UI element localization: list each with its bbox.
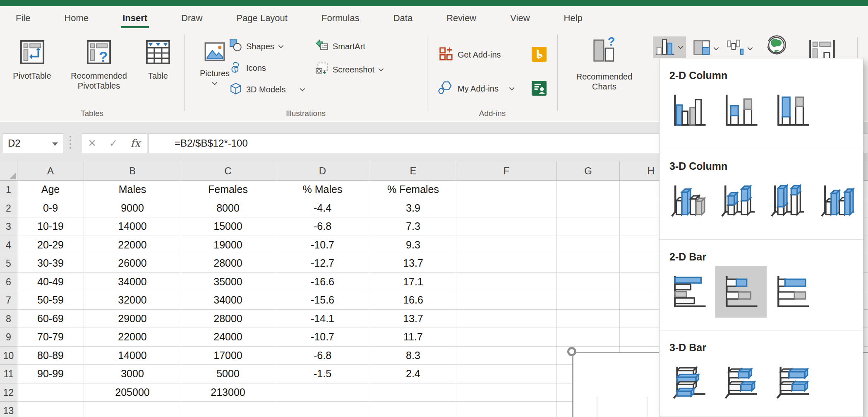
get-addins-button[interactable]: Get Add-ins: [438, 45, 501, 64]
cell-B10[interactable]: 14000: [84, 347, 181, 365]
cell-F5[interactable]: [456, 254, 557, 273]
row-header-1[interactable]: 1: [0, 181, 17, 199]
cell-B2[interactable]: 9000: [84, 199, 181, 218]
cell-A1[interactable]: Age: [17, 181, 84, 199]
table-button[interactable]: Table: [137, 39, 179, 81]
row-header-9[interactable]: 9: [0, 328, 17, 347]
cell-B11[interactable]: 3000: [84, 365, 181, 383]
cell-D10[interactable]: -6.8: [275, 347, 370, 365]
cell-A7[interactable]: 50-59: [17, 291, 84, 310]
recommended-charts-button[interactable]: ? RecommendedCharts: [566, 37, 643, 92]
cell-E7[interactable]: 16.6: [370, 291, 456, 310]
cell-E4[interactable]: 9.3: [370, 236, 456, 255]
cell-E11[interactable]: 2.4: [370, 365, 456, 383]
cell-A9[interactable]: 70-79: [17, 328, 84, 347]
cell-F10[interactable]: [456, 347, 557, 365]
cell-C3[interactable]: 15000: [181, 217, 275, 236]
name-box-dropdown-icon[interactable]: [52, 142, 58, 146]
cell-C4[interactable]: 19000: [181, 236, 275, 255]
tab-insert[interactable]: Insert: [110, 6, 160, 31]
icons-button[interactable]: Icons: [229, 59, 266, 77]
tab-page-layout[interactable]: Page Layout: [224, 6, 300, 31]
chart-resize-handle[interactable]: [567, 347, 576, 356]
cell-F4[interactable]: [456, 236, 557, 255]
tab-data[interactable]: Data: [381, 6, 425, 31]
cell-C6[interactable]: 35000: [181, 273, 275, 292]
tab-file[interactable]: File: [3, 6, 43, 31]
column-header-E[interactable]: E: [370, 161, 456, 181]
cell-B13[interactable]: [84, 402, 181, 417]
insert-map-chart-button[interactable]: [761, 35, 790, 57]
cell-A11[interactable]: 90-99: [17, 365, 84, 383]
tab-formulas[interactable]: Formulas: [309, 6, 372, 31]
column-header-A[interactable]: A: [17, 161, 84, 181]
cell-D7[interactable]: -15.6: [275, 291, 370, 310]
cell-C8[interactable]: 28000: [181, 310, 275, 328]
cell-G2[interactable]: [557, 199, 620, 218]
cell-B12[interactable]: 205000: [84, 383, 181, 402]
chart-type-stacked-column[interactable]: [715, 85, 767, 136]
cell-D13[interactable]: [275, 402, 370, 417]
cell-D8[interactable]: -14.1: [275, 310, 370, 328]
cell-E6[interactable]: 17.1: [370, 273, 456, 292]
recommended-pivottables-button[interactable]: ? Recommended PivotTables: [61, 39, 137, 91]
enter-icon[interactable]: ✓: [109, 137, 117, 149]
smartart-button[interactable]: SmartArt: [315, 38, 365, 55]
chart-type-3-d-100-stacked-bar[interactable]: [767, 357, 818, 408]
cell-F13[interactable]: [456, 402, 557, 417]
cell-F9[interactable]: [456, 328, 557, 347]
cell-G3[interactable]: [557, 217, 620, 236]
cell-B9[interactable]: 22000: [84, 328, 181, 347]
cell-A12[interactable]: [17, 383, 84, 402]
formula-bar-drag-handle[interactable]: [70, 136, 71, 149]
cell-E2[interactable]: 3.9: [370, 199, 456, 218]
chart-type-stacked-bar[interactable]: [715, 266, 767, 318]
row-header-12[interactable]: 12: [0, 383, 17, 402]
cancel-icon[interactable]: ✕: [88, 137, 96, 149]
cell-C2[interactable]: 8000: [181, 199, 275, 218]
insert-column-chart-button[interactable]: [653, 36, 686, 58]
cell-B6[interactable]: 34000: [84, 273, 181, 292]
tab-view[interactable]: View: [498, 6, 542, 31]
cell-F2[interactable]: [456, 199, 557, 218]
column-header-F[interactable]: F: [456, 161, 557, 181]
cell-F7[interactable]: [456, 291, 557, 310]
cell-E9[interactable]: 11.7: [370, 328, 456, 347]
cell-E1[interactable]: % Females: [370, 181, 456, 199]
cell-F8[interactable]: [456, 310, 557, 328]
column-header-C[interactable]: C: [181, 161, 275, 181]
cell-D5[interactable]: -12.7: [275, 254, 370, 273]
cell-B8[interactable]: 29000: [84, 310, 181, 328]
row-header-5[interactable]: 5: [0, 254, 17, 273]
row-header-2[interactable]: 2: [0, 199, 17, 218]
cell-A2[interactable]: 0-9: [17, 199, 84, 218]
chart-type-3-d-100-stacked-column[interactable]: [764, 176, 813, 227]
my-addins-button[interactable]: My Add-ins: [438, 79, 515, 98]
cell-C1[interactable]: Females: [181, 181, 275, 199]
row-header-7[interactable]: 7: [0, 291, 17, 310]
cell-G5[interactable]: [557, 254, 620, 273]
cell-E13[interactable]: [370, 402, 456, 417]
cell-D12[interactable]: [275, 383, 370, 402]
select-all-corner[interactable]: [0, 161, 17, 181]
chart-type-3-d-column[interactable]: [813, 176, 863, 227]
cell-D1[interactable]: % Males: [275, 181, 370, 199]
cell-A10[interactable]: 80-89: [17, 347, 84, 365]
chart-type-3-d-stacked-bar[interactable]: [715, 357, 767, 408]
shapes-button[interactable]: Shapes: [229, 38, 284, 55]
cell-G9[interactable]: [557, 328, 620, 347]
cell-A3[interactable]: 10-19: [17, 217, 84, 236]
cell-B5[interactable]: 26000: [84, 254, 181, 273]
cell-A13[interactable]: [17, 402, 84, 417]
screenshot-button[interactable]: Screenshot: [315, 61, 384, 78]
cell-F3[interactable]: [456, 217, 557, 236]
cell-C13[interactable]: [181, 402, 275, 417]
cell-B4[interactable]: 22000: [84, 236, 181, 255]
cell-D3[interactable]: -6.8: [275, 217, 370, 236]
chart-type-100-stacked-bar[interactable]: [767, 266, 818, 318]
cell-G6[interactable]: [557, 273, 620, 292]
3d-models-button[interactable]: 3D Models: [229, 81, 305, 98]
row-header-8[interactable]: 8: [0, 310, 17, 328]
chart-type-3-d-stacked-column[interactable]: [714, 176, 763, 227]
row-header-4[interactable]: 4: [0, 236, 17, 255]
